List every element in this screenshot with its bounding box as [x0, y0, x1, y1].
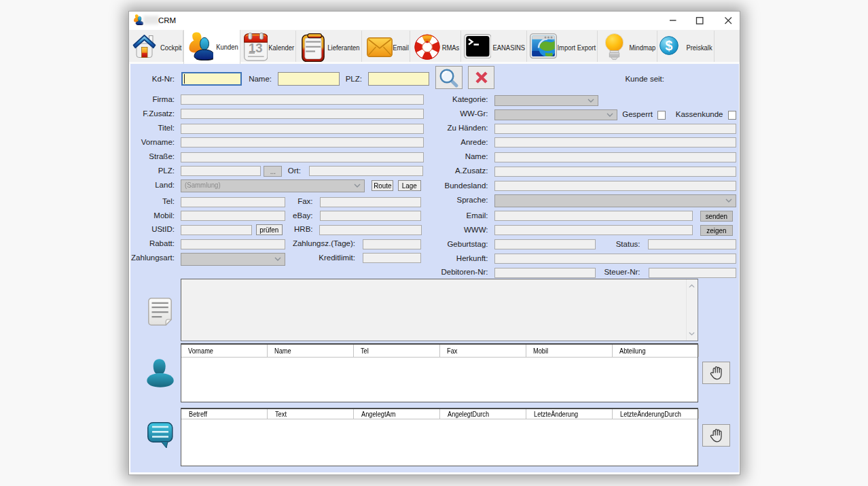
svg-text:$: $: [666, 38, 673, 53]
